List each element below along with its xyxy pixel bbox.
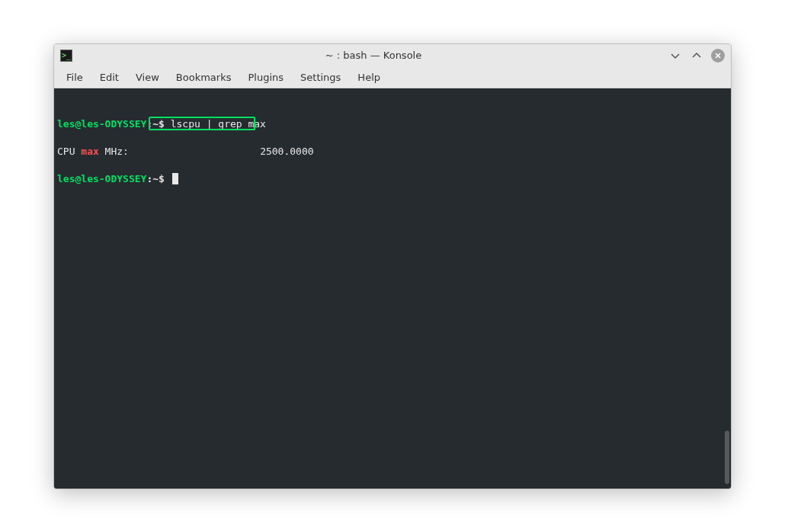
grep-match: max (81, 146, 98, 157)
terminal-line-3: les@les-ODYSSEY:~$ (57, 172, 728, 186)
terminal-area[interactable]: les@les-ODYSSEY:~$ lscpu | grep max CPU … (54, 88, 731, 489)
prompt-path: ~ (152, 118, 159, 130)
prompt-path: ~ (152, 173, 159, 184)
close-icon[interactable] (711, 49, 725, 62)
menu-file[interactable]: File (59, 69, 91, 86)
minimize-icon[interactable] (668, 49, 682, 62)
prompt-dollar: $ (159, 118, 165, 130)
output-padding (129, 146, 260, 157)
menubar: File Edit View Bookmarks Plugins Setting… (54, 67, 731, 88)
terminal-line-2: CPU max MHz: 2500.0000 (57, 145, 728, 159)
terminal-line-1: les@les-ODYSSEY:~$ lscpu | grep max (57, 117, 728, 131)
menu-settings[interactable]: Settings (293, 69, 348, 86)
output-prefix: CPU (57, 146, 81, 157)
menu-help[interactable]: Help (350, 69, 388, 86)
output-suffix: MHz: (99, 146, 129, 157)
menu-view[interactable]: View (128, 69, 167, 86)
scrollbar-thumb[interactable] (725, 431, 729, 484)
konsole-window: >_ ~ : bash — Konsole File Edit View Boo… (53, 43, 732, 489)
menu-plugins[interactable]: Plugins (240, 69, 291, 86)
menu-bookmarks[interactable]: Bookmarks (168, 69, 239, 86)
prompt-user: les@les-ODYSSEY (57, 173, 146, 184)
window-controls (668, 49, 725, 62)
menu-edit[interactable]: Edit (92, 69, 127, 86)
prompt-dollar: $ (159, 173, 165, 184)
terminal-icon: >_ (60, 50, 72, 62)
maximize-icon[interactable] (690, 49, 703, 62)
titlebar[interactable]: >_ ~ : bash — Konsole (54, 44, 731, 67)
output-value: 2500.0000 (260, 146, 313, 157)
window-title: ~ : bash — Konsole (78, 50, 668, 61)
cursor-block (172, 173, 178, 184)
prompt-user: les@les-ODYSSEY (57, 118, 146, 130)
command-text: lscpu | grep max (171, 118, 266, 130)
